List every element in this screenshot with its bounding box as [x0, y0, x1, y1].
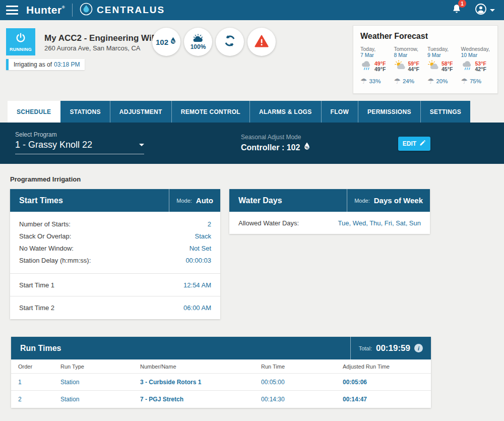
- bell-icon: [452, 8, 462, 16]
- start-time-row: Start Time 1 12:54 AM: [10, 274, 220, 296]
- tab-settings[interactable]: SETTINGS: [421, 101, 470, 123]
- low-temp: 49°F: [374, 67, 386, 72]
- edit-button-label: EDIT: [403, 140, 416, 147]
- cell-number-name: 3 - Curbside Rotors 1: [140, 379, 261, 386]
- refresh-icon: [223, 34, 236, 49]
- notifications-button[interactable]: 1: [452, 4, 462, 17]
- col-run-time: Run Time: [261, 364, 343, 370]
- sun-cloud-icon: [191, 34, 205, 44]
- mode-value: Days of Week: [374, 196, 423, 205]
- section-title: Programmed Irrigation: [10, 175, 81, 183]
- tab-remote-control[interactable]: REMOTE CONTROL: [172, 101, 250, 123]
- hamburger-menu-icon[interactable]: [6, 6, 18, 15]
- centralus-logo-text: CENTRALUS: [97, 5, 165, 16]
- tab-schedule[interactable]: SCHEDULE: [8, 101, 60, 123]
- table-row[interactable]: 2 Station 7 - PGJ Stretch 00:14:30 00:14…: [11, 391, 431, 408]
- water-days-card: Water Days Mode: Days of Week Allowed Wa…: [229, 189, 430, 234]
- irrigating-time[interactable]: 03:18 PM: [54, 61, 80, 68]
- row-label: Allowed Water Days:: [238, 219, 299, 227]
- col-order: Order: [18, 364, 60, 370]
- select-program-label: Select Program: [15, 131, 57, 138]
- tab-alarms-logs[interactable]: ALARMS & LOGS: [250, 101, 322, 123]
- power-icon: [15, 32, 26, 45]
- run-times-title: Run Times: [11, 337, 350, 359]
- controller-power-button[interactable]: RUNNING: [6, 28, 35, 55]
- seasonal-adjust-badge[interactable]: 102 %: [152, 28, 180, 56]
- water-drop-percent-icon: %: [169, 36, 177, 47]
- weather-day-name: Tuesday,: [427, 46, 458, 52]
- umbrella-icon: ☂: [461, 77, 468, 86]
- start-time-label: Start Time 1: [19, 281, 54, 289]
- page: Hunter® CENTRALUS 1 RUNNI: [0, 0, 504, 421]
- col-number-name: Number/Name: [140, 364, 261, 370]
- rain-chance: 24%: [403, 78, 414, 84]
- row-value: Not Set: [190, 245, 211, 252]
- water-days-mode: Mode: Days of Week: [347, 189, 430, 212]
- seasonal-adjust-mode-value: Controller : 102 %: [241, 142, 311, 154]
- water-days-title: Water Days: [229, 189, 347, 212]
- edit-button[interactable]: EDIT: [398, 137, 430, 151]
- run-times-total: Total: 00:19:59 i: [350, 337, 431, 359]
- cell-number-name: 7 - PGJ Stretch: [140, 396, 261, 403]
- tab-adjustment[interactable]: ADJUSTMENT: [110, 101, 172, 123]
- start-times-mode: Mode: Auto: [169, 189, 220, 212]
- mode-label: Mode:: [176, 198, 192, 204]
- svg-text:%: %: [305, 145, 309, 150]
- centralus-drop-icon: [80, 3, 93, 18]
- sync-badge[interactable]: [216, 28, 244, 56]
- top-bar: Hunter® CENTRALUS 1: [0, 0, 504, 20]
- start-time-row: Start Time 2 06:00 AM: [10, 296, 220, 319]
- umbrella-icon: ☂: [360, 77, 367, 86]
- notification-badge: 1: [458, 0, 466, 8]
- start-times-card: Start Times Mode: Auto Number of Starts:…: [10, 189, 220, 319]
- seasonal-adjust-value: 102: [156, 38, 168, 46]
- low-temp: 42°F: [475, 67, 486, 72]
- registered-mark: ®: [62, 5, 65, 10]
- weather-day-name: Wednesday,: [461, 46, 492, 52]
- weather-day-name: Tomorrow,: [394, 46, 425, 52]
- col-run-type: Run Type: [60, 364, 140, 370]
- irrigating-status: Irrigating as of 03:18 PM: [6, 59, 85, 70]
- main-tabs: SCHEDULE STATIONS ADJUSTMENT REMOTE CONT…: [8, 101, 470, 123]
- weather-title: Weather Forecast: [360, 32, 491, 41]
- tab-flow[interactable]: FLOW: [322, 101, 359, 123]
- info-row: Station Delay (h:mm:ss): 00:00:03: [19, 254, 211, 266]
- row-value: Stack: [195, 232, 211, 240]
- run-times-header-row: Order Run Type Number/Name Run Time Adju…: [11, 359, 431, 374]
- cell-run-type: Station: [60, 379, 140, 386]
- row-value: Tue, Wed, Thu, Fri, Sat, Sun: [338, 219, 421, 227]
- weather-day-date: 7 Mar: [360, 52, 391, 58]
- warning-triangle-icon: [255, 35, 269, 49]
- low-temp: 44°F: [408, 67, 419, 72]
- cell-adjusted-run-time: 00:14:47: [343, 396, 431, 403]
- hunter-logo: Hunter®: [26, 4, 65, 16]
- controller-address: 260 Aurora Ave, San Marcos, CA: [44, 44, 141, 52]
- mode-label: Mode:: [354, 198, 370, 204]
- weather-adjust-badge[interactable]: 100%: [184, 28, 212, 56]
- tab-permissions[interactable]: PERMISSIONS: [358, 101, 421, 123]
- hunter-logo-text: Hunter: [26, 4, 62, 16]
- water-drop-percent-icon: %: [303, 142, 311, 154]
- weather-day-3: Wednesday, 10 Mar 53°F42°F ☂75%: [461, 46, 492, 86]
- info-row: Stack Or Overlap: Stack: [19, 230, 211, 242]
- cell-run-time: 00:14:30: [261, 396, 343, 403]
- table-row[interactable]: 1 Station 3 - Curbside Rotors 1 00:05:00…: [11, 374, 431, 391]
- alarm-badge[interactable]: [247, 28, 276, 56]
- row-label: Stack Or Overlap:: [19, 232, 71, 240]
- row-label: Station Delay (h:mm:ss):: [19, 257, 91, 264]
- user-avatar-icon: [475, 3, 487, 17]
- info-icon[interactable]: i: [414, 344, 423, 352]
- info-row: No Water Window: Not Set: [19, 242, 211, 254]
- weather-condition-icon: [427, 60, 440, 73]
- chevron-down-icon: [139, 144, 144, 146]
- umbrella-icon: ☂: [394, 77, 401, 86]
- user-menu-button[interactable]: [475, 3, 495, 17]
- start-time-value: 12:54 AM: [183, 281, 211, 289]
- weather-day-0: Today, 7 Mar 49°F49°F ☂33%: [360, 46, 391, 86]
- weather-day-date: 10 Mar: [461, 52, 492, 58]
- cell-adjusted-run-time: 00:05:06: [343, 379, 431, 386]
- program-select[interactable]: 1 - Grassy Knoll 22: [15, 140, 144, 154]
- weather-condition-icon: [360, 60, 373, 73]
- tab-stations[interactable]: STATIONS: [60, 101, 110, 123]
- svg-text:%: %: [172, 40, 175, 43]
